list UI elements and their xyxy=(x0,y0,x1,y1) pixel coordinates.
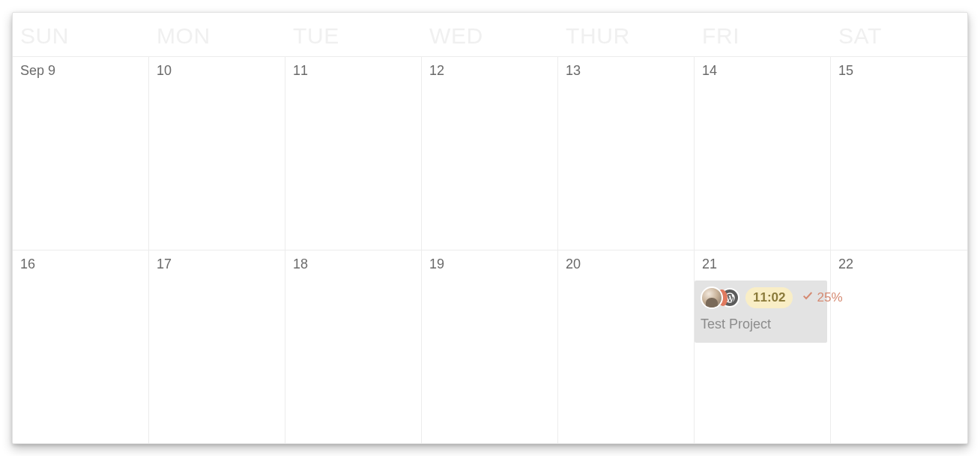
weekday-header: THUR xyxy=(558,13,695,56)
day-cell[interactable]: 22 xyxy=(831,250,967,444)
day-cell[interactable]: Sep 9 xyxy=(13,57,149,250)
calendar-event[interactable]: 11:02 25% Test Project xyxy=(695,280,827,343)
avatar-stack xyxy=(701,286,753,309)
calendar-grid: SUN MON TUE WED THUR FRI SAT Sep 9 10 11… xyxy=(12,12,968,444)
calendar-weeks: Sep 9 10 11 12 13 14 15 16 xyxy=(13,57,967,443)
day-number: 10 xyxy=(157,63,277,79)
weekday-header: TUE xyxy=(285,13,422,56)
day-cell[interactable]: 11 xyxy=(285,57,422,250)
event-title: Test Project xyxy=(701,316,821,332)
day-number: 21 xyxy=(702,256,823,272)
day-number: 18 xyxy=(293,256,414,272)
day-number: Sep 9 xyxy=(20,63,141,79)
weekday-header: MON xyxy=(149,13,285,56)
day-cell[interactable]: 10 xyxy=(149,57,285,250)
day-number: 15 xyxy=(838,63,960,79)
weekday-header: WED xyxy=(422,13,558,56)
day-number: 19 xyxy=(429,256,550,272)
day-cell[interactable]: 13 xyxy=(558,57,695,250)
day-number: 11 xyxy=(293,63,414,79)
day-number: 17 xyxy=(157,256,277,272)
check-icon xyxy=(802,290,814,305)
event-meta-row: 11:02 25% xyxy=(701,286,821,309)
day-cell[interactable]: 18 xyxy=(285,250,422,444)
day-cell[interactable]: 20 xyxy=(558,250,695,444)
day-cell[interactable]: 12 xyxy=(422,57,558,250)
day-number: 12 xyxy=(429,63,550,79)
user-avatar xyxy=(701,286,723,309)
day-number: 16 xyxy=(20,256,141,272)
calendar-week: Sep 9 10 11 12 13 14 15 xyxy=(13,57,967,250)
day-cell[interactable]: 15 xyxy=(831,57,967,250)
weekday-header: SUN xyxy=(13,13,149,56)
day-cell[interactable]: 17 xyxy=(149,250,285,444)
calendar-week: 16 17 18 19 20 21 xyxy=(13,250,967,444)
day-number: 20 xyxy=(566,256,686,272)
day-cell[interactable]: 19 xyxy=(422,250,558,444)
weekday-header: FRI xyxy=(695,13,831,56)
day-number: 22 xyxy=(838,256,960,272)
weekday-header-row: SUN MON TUE WED THUR FRI SAT xyxy=(13,13,967,57)
day-number: 14 xyxy=(702,63,823,79)
day-cell[interactable]: 21 11:02 xyxy=(695,250,831,444)
day-number: 13 xyxy=(566,63,686,79)
day-cell[interactable]: 14 xyxy=(695,57,831,250)
day-cell[interactable]: 16 xyxy=(13,250,149,444)
weekday-header: SAT xyxy=(831,13,967,56)
